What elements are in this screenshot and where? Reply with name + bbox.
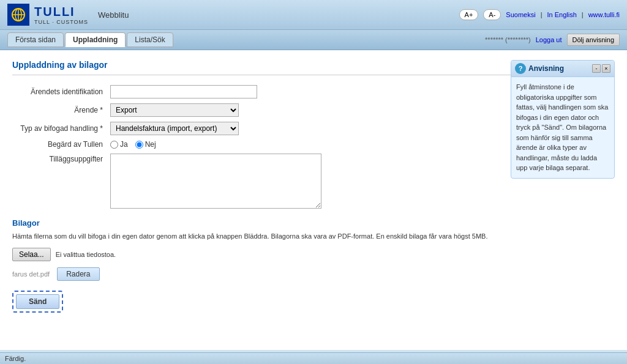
file-row: Selaa... Ei valittua tiedostoa. <box>12 248 615 261</box>
arende-label: Ärende * <box>12 106 110 114</box>
statusbar-text: Färdig. <box>5 355 26 362</box>
bilagor-title: Bilagor <box>12 218 615 228</box>
tab-lista-sok[interactable]: Lista/Sök <box>127 32 173 47</box>
bilagor-section: Bilagor Hämta filerna som du vill bifoga… <box>12 218 615 313</box>
logo-area: TULLI TULL · CUSTOMS Webblitu <box>7 4 129 26</box>
nav-tabs: Första sidan Uppladdning Lista/Sök <box>7 32 173 47</box>
tillagg-label: Tilläggsuppgifter <box>12 154 110 163</box>
form-row-tillagg: Tilläggsuppgifter <box>12 154 367 209</box>
anvisning-controls: - × <box>592 64 610 73</box>
site-link[interactable]: www.tulli.fi <box>588 11 620 18</box>
anvisning-minimize-button[interactable]: - <box>592 64 601 73</box>
begard-label: Begärd av Tullen <box>12 140 110 149</box>
logo-icon <box>7 4 29 26</box>
anvisning-header: ? Anvisning - × <box>511 61 614 77</box>
radio-nej-input[interactable] <box>135 141 143 149</box>
font-increase-button[interactable]: A+ <box>459 9 479 20</box>
tab-uppladdning[interactable]: Uppladdning <box>65 32 126 47</box>
form-row-begard: Begärd av Tullen Ja Nej <box>12 140 367 149</box>
typ-label: Typ av bifogad handling * <box>12 124 110 133</box>
anvisning-body-text: Fyll åtminstone i de obligatoriska uppgi… <box>511 77 614 178</box>
selaa-button[interactable]: Selaa... <box>12 248 51 261</box>
anvisning-panel: ? Anvisning - × Fyll åtminstone i de obl… <box>511 60 615 179</box>
logo-text: TULLI TULL · CUSTOMS <box>34 5 88 25</box>
webblitu-text: Webblitu <box>98 10 129 20</box>
bilagor-description: Hämta filerna som du vill bifoga i din e… <box>12 231 615 242</box>
typ-select[interactable]: Handelsfaktura (import, export) Annat <box>110 122 239 135</box>
file-name-text: farus det.pdf <box>12 270 50 278</box>
arende-id-label: Ärendets identifikation <box>12 87 110 96</box>
arende-select[interactable]: Export Import Transit <box>110 103 239 117</box>
logo-tulli-text: TULLI <box>34 5 88 19</box>
form-area: Ärendets identifikation Ärende * Export … <box>12 85 367 209</box>
statusbar: Färdig. <box>0 352 627 364</box>
lang-suomeksi-link[interactable]: Suomeksi <box>506 11 535 18</box>
lang-separator2: | <box>582 11 584 18</box>
sand-button[interactable]: Sänd <box>16 294 59 309</box>
anvisning-title-text: Anvisning <box>528 64 564 73</box>
header-right: A+ A- Suomeksi | In English | www.tulli.… <box>459 9 620 20</box>
lang-separator1: | <box>541 11 543 18</box>
radio-nej-label[interactable]: Nej <box>135 140 156 149</box>
radio-group-begard: Ja Nej <box>110 140 156 149</box>
form-row-arende: Ärende * Export Import Transit <box>12 103 367 117</box>
radera-button[interactable]: Radera <box>57 267 99 281</box>
form-row-typ: Typ av bifogad handling * Handelsfaktura… <box>12 122 367 135</box>
send-container: Sänd <box>12 291 63 313</box>
header: TULLI TULL · CUSTOMS Webblitu A+ A- Suom… <box>0 0 627 30</box>
font-decrease-button[interactable]: A- <box>483 9 501 20</box>
lang-english-link[interactable]: In English <box>547 11 576 18</box>
nav-right: ******* (********) Logga ut Dölj anvisni… <box>485 34 620 46</box>
radio-ja-input[interactable] <box>110 141 118 149</box>
hide-instructions-button[interactable]: Dölj anvisning <box>567 34 620 46</box>
form-row-arende-id: Ärendets identifikation <box>12 85 367 98</box>
navbar: Första sidan Uppladdning Lista/Sök *****… <box>0 30 627 50</box>
tillagg-textarea[interactable] <box>110 154 321 209</box>
radio-nej-text: Nej <box>145 140 156 149</box>
logout-link[interactable]: Logga ut <box>536 36 562 43</box>
radio-ja-label[interactable]: Ja <box>110 140 128 149</box>
user-info: ******* (********) <box>485 36 531 43</box>
file-status-text: Ei valittua tiedostoa. <box>56 251 116 258</box>
main-content: Uppladdning av bilagor Ärendets identifi… <box>0 50 627 350</box>
arende-id-input[interactable] <box>110 85 257 98</box>
radio-ja-text: Ja <box>120 140 128 149</box>
tab-forsta-sidan[interactable]: Första sidan <box>7 32 64 47</box>
file-item-row: farus det.pdf Radera <box>12 267 615 281</box>
anvisning-close-button[interactable]: × <box>602 64 610 73</box>
logo-subtitle-text: TULL · CUSTOMS <box>34 19 88 25</box>
anvisning-title-row: ? Anvisning <box>515 63 564 74</box>
anvisning-help-icon: ? <box>515 63 526 74</box>
